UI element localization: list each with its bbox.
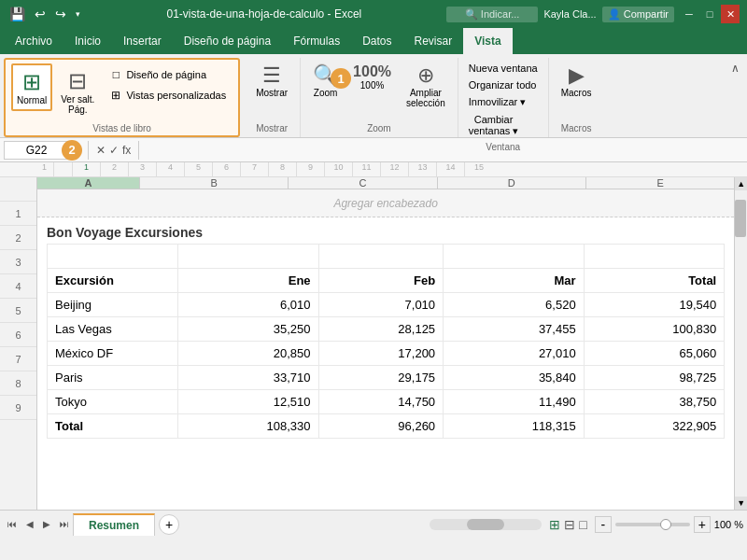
page-break-view-icon[interactable]: ⊟ [564, 517, 575, 532]
tab-inicio[interactable]: Inicio [63, 28, 112, 54]
col-header-D[interactable]: D [438, 177, 586, 189]
search-box[interactable]: 🔍 Indicar... [446, 7, 539, 22]
insert-function-btn[interactable]: fx [122, 144, 131, 157]
row-header-7[interactable]: 7 [0, 347, 36, 371]
table-row: Tokyo 12,510 14,750 11,490 38,750 [48, 390, 725, 414]
col-header-A[interactable]: A [37, 177, 140, 189]
tab-revisar[interactable]: Revisar [403, 28, 464, 54]
macros-label: Macros [561, 88, 592, 98]
share-button[interactable]: 👤 Compartir [602, 7, 674, 22]
ruler: 1 1 2 3 4 5 6 7 8 9 10 11 12 13 14 15 [0, 162, 747, 177]
zoom-button[interactable]: 🔍 Zoom 1 [306, 60, 345, 102]
user-name[interactable]: Kayla Cla... [543, 8, 596, 20]
tab-next-btn[interactable]: ▶ [39, 517, 54, 531]
confirm-formula-btn[interactable]: ✓ [109, 144, 119, 157]
sheet-tab-label: Resumen [89, 519, 139, 532]
scrollbar-thumb[interactable] [467, 519, 504, 530]
row-header-4[interactable]: 4 [0, 274, 36, 299]
add-sheet-button[interactable]: + [159, 514, 179, 535]
zoom-level: 100 % [714, 519, 743, 530]
row-header-5[interactable]: 5 [0, 299, 36, 323]
zoom-slider[interactable] [615, 523, 690, 526]
white-page: Agregar encabezado Bon Voyage Excursione… [37, 189, 734, 510]
zoom-handle[interactable] [660, 519, 671, 530]
view-page-break-button[interactable]: ⊟ Ver salt.Pág. [56, 63, 99, 119]
formula-divider-2 [138, 141, 139, 160]
formula-input[interactable] [143, 142, 743, 159]
undo-button[interactable]: ↩ [33, 5, 48, 23]
macros-button[interactable]: ▶ Macros [555, 60, 599, 102]
ribbon-tabs: Archivo Inicio Insertar Diseño de página… [0, 28, 747, 54]
row-header-1[interactable]: 1 [0, 202, 36, 226]
close-button[interactable]: ✕ [721, 5, 740, 23]
row-header-9[interactable]: 9 [0, 396, 36, 420]
group-label-ventana: Ventana [464, 140, 543, 154]
table-row: Beijing 6,010 7,010 6,520 19,540 [48, 293, 725, 317]
tab-vista[interactable]: Vista [463, 28, 512, 54]
organizar-btn[interactable]: Organizar todo [464, 77, 542, 93]
group-label-zoom: Zoom [306, 121, 452, 135]
inmovilizar-btn[interactable]: Inmovilizar ▾ [464, 93, 531, 111]
tab-prev-btn[interactable]: ◀ [22, 517, 37, 531]
zoom-selection-button[interactable]: ⊕ Ampliarselección [400, 60, 452, 112]
formula-divider [88, 141, 89, 160]
cell-reference-input[interactable] [4, 141, 69, 160]
group-vistas-libro: ⊞ Normal ⊟ Ver salt.Pág. □ Diseño de pág… [4, 58, 240, 137]
sheet-tab-resumen[interactable]: Resumen [73, 513, 155, 536]
view-normal-button[interactable]: ⊞ Normal [11, 63, 52, 111]
tab-datos[interactable]: Datos [351, 28, 402, 54]
zoom-sel-label: Ampliarselección [406, 88, 445, 108]
zoom-in-btn[interactable]: + [694, 516, 711, 533]
qat-dropdown[interactable]: ▾ [74, 7, 82, 21]
tab-archivo[interactable]: Archivo [4, 28, 63, 54]
nueva-ventana-btn[interactable]: Nueva ventana [464, 60, 543, 77]
vscroll-up-btn[interactable]: ▲ [735, 177, 747, 190]
vertical-scrollbar[interactable]: ▲ ▼ [734, 177, 747, 510]
minimize-button[interactable]: ─ [680, 5, 698, 23]
save-button[interactable]: 💾 [7, 5, 27, 23]
row-header-8[interactable]: 8 [0, 371, 36, 396]
view-page-break-label: Ver salt.Pág. [61, 94, 94, 115]
cambiar-ventanas-btn[interactable]: Cambiarventanas ▾ [464, 111, 524, 140]
group-label-mostrar: Mostrar [249, 121, 294, 135]
page-header-area[interactable]: Agregar encabezado [37, 189, 734, 217]
tab-formulas[interactable]: Fórmulas [282, 28, 351, 54]
zoom-100-icon: 100% [353, 63, 391, 80]
title-bar-right: 🔍 Indicar... Kayla Cla... 👤 Compartir ─ … [446, 5, 740, 23]
zoom-out-btn[interactable]: - [595, 516, 612, 533]
table-row: Total 108,330 96,260 118,315 322,905 [48, 414, 725, 439]
row-header-2[interactable]: 2 [0, 226, 36, 250]
redo-button[interactable]: ↪ [53, 5, 68, 23]
sheet-tab-nav: ⏮ ◀ ▶ ⏭ [4, 517, 73, 531]
mostrar-button[interactable]: ☰ Mostrar [249, 60, 294, 102]
cancel-formula-btn[interactable]: ✕ [96, 144, 106, 157]
table-row: México DF 20,850 17,200 27,010 65,060 [48, 342, 725, 366]
tab-first-btn[interactable]: ⏮ [4, 517, 21, 531]
horizontal-scrollbar[interactable] [430, 519, 542, 530]
row-header-6[interactable]: 6 [0, 323, 36, 347]
tab-last-btn[interactable]: ⏭ [56, 517, 73, 531]
col-header-B[interactable]: B [140, 177, 289, 189]
diseno-pagina-btn[interactable]: □ Diseño de página [105, 65, 231, 84]
tab-diseno-pagina[interactable]: Diseño de página [173, 28, 282, 54]
normal-view-icon[interactable]: ⊞ [549, 517, 560, 532]
page-layout-view-icon[interactable]: □ [579, 517, 586, 532]
col-header-E[interactable]: E [586, 177, 734, 189]
table-row: Paris 33,710 29,175 35,840 98,725 [48, 366, 725, 390]
maximize-button[interactable]: □ [700, 5, 719, 23]
group-macros: ▶ Macros Macros [549, 58, 604, 137]
formula-icons: ✕ ✓ fx [92, 144, 134, 157]
row-header-3[interactable]: 3 [0, 250, 36, 274]
collapse-ribbon-btn[interactable]: ∧ [727, 58, 743, 78]
row-header-corner [0, 177, 36, 202]
table-row: Las Vegas 35,250 28,125 37,455 100,830 [48, 317, 725, 342]
page-area: A B C D E Agregar encabezado Bon Voyage … [37, 177, 747, 510]
vscroll-down-btn[interactable]: ▼ [735, 497, 747, 510]
vscroll-thumb[interactable] [735, 200, 746, 237]
tab-insertar[interactable]: Insertar [112, 28, 173, 54]
group-zoom: 🔍 Zoom 1 100% 100% ⊕ Ampliarselección Zo… [301, 58, 458, 137]
quick-access-toolbar: 💾 ↩ ↪ ▾ [7, 5, 82, 23]
vistas-personalizadas-btn[interactable]: ⊞ Vistas personalizadas [105, 86, 231, 105]
zoom-100-button[interactable]: 100% 100% [346, 60, 398, 94]
col-header-C[interactable]: C [289, 177, 437, 189]
